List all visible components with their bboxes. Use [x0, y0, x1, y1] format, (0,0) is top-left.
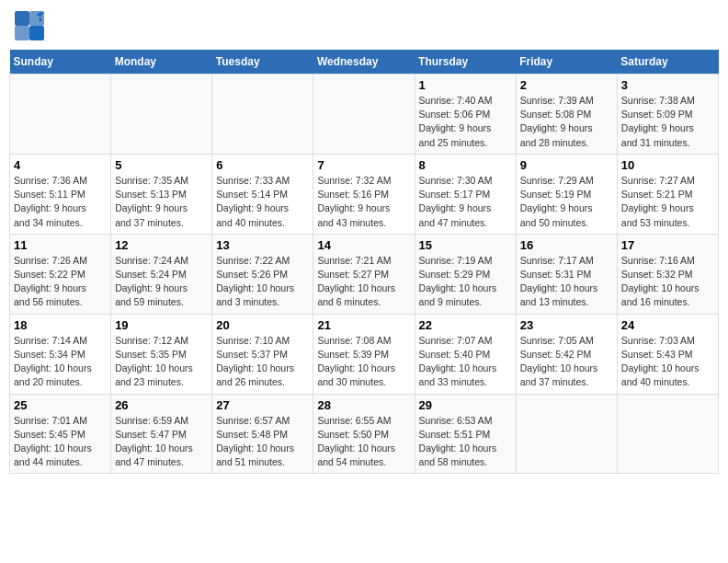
day-number: 9 — [520, 158, 613, 172]
calendar-cell: 16Sunrise: 7:17 AMSunset: 5:31 PMDayligh… — [516, 234, 617, 314]
calendar-cell — [313, 75, 415, 155]
day-info: Sunrise: 7:27 AMSunset: 5:21 PMDaylight:… — [621, 174, 714, 230]
day-number: 14 — [317, 238, 410, 252]
day-info: Sunrise: 6:53 AMSunset: 5:51 PMDaylight:… — [419, 414, 512, 470]
calendar-cell: 12Sunrise: 7:24 AMSunset: 5:24 PMDayligh… — [111, 234, 212, 314]
day-info: Sunrise: 7:35 AMSunset: 5:13 PMDaylight:… — [115, 174, 208, 230]
day-number: 1 — [419, 78, 512, 92]
day-info: Sunrise: 7:21 AMSunset: 5:27 PMDaylight:… — [317, 254, 410, 310]
day-number: 22 — [419, 318, 512, 332]
calendar-cell: 14Sunrise: 7:21 AMSunset: 5:27 PMDayligh… — [313, 234, 415, 314]
day-info: Sunrise: 7:26 AMSunset: 5:22 PMDaylight:… — [14, 254, 107, 310]
calendar-cell: 8Sunrise: 7:30 AMSunset: 5:17 PMDaylight… — [415, 154, 516, 234]
day-info: Sunrise: 7:08 AMSunset: 5:39 PMDaylight:… — [317, 334, 410, 390]
day-number: 10 — [621, 158, 714, 172]
day-info: Sunrise: 7:17 AMSunset: 5:31 PMDaylight:… — [520, 254, 613, 310]
day-number: 7 — [317, 158, 410, 172]
logo-icon — [13, 9, 46, 42]
day-header-sunday: Sunday — [10, 50, 111, 75]
day-number: 20 — [216, 318, 309, 332]
day-header-monday: Monday — [111, 50, 212, 75]
day-number: 6 — [216, 158, 309, 172]
calendar-cell — [212, 75, 313, 155]
day-number: 12 — [115, 238, 208, 252]
calendar-cell: 26Sunrise: 6:59 AMSunset: 5:47 PMDayligh… — [111, 394, 212, 474]
day-info: Sunrise: 7:24 AMSunset: 5:24 PMDaylight:… — [115, 254, 208, 310]
day-number: 17 — [621, 238, 714, 252]
calendar-cell: 10Sunrise: 7:27 AMSunset: 5:21 PMDayligh… — [617, 154, 718, 234]
calendar-cell: 21Sunrise: 7:08 AMSunset: 5:39 PMDayligh… — [313, 314, 415, 394]
calendar-cell — [111, 75, 212, 155]
day-header-tuesday: Tuesday — [212, 50, 313, 75]
calendar-cell: 23Sunrise: 7:05 AMSunset: 5:42 PMDayligh… — [516, 314, 617, 394]
day-number: 4 — [14, 158, 107, 172]
day-number: 2 — [520, 78, 613, 92]
day-info: Sunrise: 7:01 AMSunset: 5:45 PMDaylight:… — [14, 414, 107, 470]
calendar-cell — [516, 394, 617, 474]
calendar-table: SundayMondayTuesdayWednesdayThursdayFrid… — [9, 50, 719, 474]
day-info: Sunrise: 7:19 AMSunset: 5:29 PMDaylight:… — [419, 254, 512, 310]
day-number: 18 — [14, 318, 107, 332]
day-info: Sunrise: 7:39 AMSunset: 5:08 PMDaylight:… — [520, 94, 613, 150]
day-number: 19 — [115, 318, 208, 332]
calendar-cell: 27Sunrise: 6:57 AMSunset: 5:48 PMDayligh… — [212, 394, 313, 474]
calendar-cell: 7Sunrise: 7:32 AMSunset: 5:16 PMDaylight… — [313, 154, 415, 234]
day-info: Sunrise: 7:03 AMSunset: 5:43 PMDaylight:… — [621, 334, 714, 390]
day-info: Sunrise: 7:36 AMSunset: 5:11 PMDaylight:… — [14, 174, 107, 230]
day-header-thursday: Thursday — [415, 50, 516, 75]
day-info: Sunrise: 7:29 AMSunset: 5:19 PMDaylight:… — [520, 174, 613, 230]
calendar-cell: 18Sunrise: 7:14 AMSunset: 5:34 PMDayligh… — [10, 314, 111, 394]
page-header — [9, 9, 719, 42]
calendar-cell: 19Sunrise: 7:12 AMSunset: 5:35 PMDayligh… — [111, 314, 212, 394]
day-info: Sunrise: 7:40 AMSunset: 5:06 PMDaylight:… — [419, 94, 512, 150]
day-header-saturday: Saturday — [617, 50, 718, 75]
day-number: 8 — [419, 158, 512, 172]
day-info: Sunrise: 7:22 AMSunset: 5:26 PMDaylight:… — [216, 254, 309, 310]
day-number: 13 — [216, 238, 309, 252]
day-info: Sunrise: 7:12 AMSunset: 5:35 PMDaylight:… — [115, 334, 208, 390]
day-number: 5 — [115, 158, 208, 172]
svg-rect-3 — [29, 26, 44, 40]
day-info: Sunrise: 6:57 AMSunset: 5:48 PMDaylight:… — [216, 414, 309, 470]
calendar-cell: 6Sunrise: 7:33 AMSunset: 5:14 PMDaylight… — [212, 154, 313, 234]
day-info: Sunrise: 7:07 AMSunset: 5:40 PMDaylight:… — [419, 334, 512, 390]
day-info: Sunrise: 7:30 AMSunset: 5:17 PMDaylight:… — [419, 174, 512, 230]
day-number: 24 — [621, 318, 714, 332]
calendar-cell: 1Sunrise: 7:40 AMSunset: 5:06 PMDaylight… — [415, 75, 516, 155]
calendar-week-0: 1Sunrise: 7:40 AMSunset: 5:06 PMDaylight… — [10, 75, 719, 155]
day-number: 23 — [520, 318, 613, 332]
day-number: 16 — [520, 238, 613, 252]
calendar-week-2: 11Sunrise: 7:26 AMSunset: 5:22 PMDayligh… — [10, 234, 719, 314]
day-header-wednesday: Wednesday — [313, 50, 415, 75]
calendar-cell: 3Sunrise: 7:38 AMSunset: 5:09 PMDaylight… — [617, 75, 718, 155]
day-number: 11 — [14, 238, 107, 252]
calendar-week-1: 4Sunrise: 7:36 AMSunset: 5:11 PMDaylight… — [10, 154, 719, 234]
day-info: Sunrise: 7:38 AMSunset: 5:09 PMDaylight:… — [621, 94, 714, 150]
day-number: 28 — [317, 398, 410, 412]
calendar-cell: 2Sunrise: 7:39 AMSunset: 5:08 PMDaylight… — [516, 75, 617, 155]
svg-rect-2 — [15, 26, 29, 40]
calendar-cell: 9Sunrise: 7:29 AMSunset: 5:19 PMDaylight… — [516, 154, 617, 234]
day-info: Sunrise: 7:16 AMSunset: 5:32 PMDaylight:… — [621, 254, 714, 310]
day-number: 15 — [419, 238, 512, 252]
day-header-friday: Friday — [516, 50, 617, 75]
calendar-header: SundayMondayTuesdayWednesdayThursdayFrid… — [10, 50, 719, 75]
day-number: 26 — [115, 398, 208, 412]
logo — [13, 9, 50, 42]
calendar-week-4: 25Sunrise: 7:01 AMSunset: 5:45 PMDayligh… — [10, 394, 719, 474]
calendar-cell: 20Sunrise: 7:10 AMSunset: 5:37 PMDayligh… — [212, 314, 313, 394]
calendar-week-3: 18Sunrise: 7:14 AMSunset: 5:34 PMDayligh… — [10, 314, 719, 394]
day-info: Sunrise: 7:14 AMSunset: 5:34 PMDaylight:… — [14, 334, 107, 390]
day-number: 3 — [621, 78, 714, 92]
calendar-cell — [10, 75, 111, 155]
day-number: 21 — [317, 318, 410, 332]
calendar-cell: 11Sunrise: 7:26 AMSunset: 5:22 PMDayligh… — [10, 234, 111, 314]
calendar-cell: 25Sunrise: 7:01 AMSunset: 5:45 PMDayligh… — [10, 394, 111, 474]
calendar-cell: 5Sunrise: 7:35 AMSunset: 5:13 PMDaylight… — [111, 154, 212, 234]
calendar-body: 1Sunrise: 7:40 AMSunset: 5:06 PMDaylight… — [10, 75, 719, 474]
day-number: 29 — [419, 398, 512, 412]
calendar-cell: 28Sunrise: 6:55 AMSunset: 5:50 PMDayligh… — [313, 394, 415, 474]
calendar-cell: 15Sunrise: 7:19 AMSunset: 5:29 PMDayligh… — [415, 234, 516, 314]
calendar-cell — [617, 394, 718, 474]
day-number: 27 — [216, 398, 309, 412]
